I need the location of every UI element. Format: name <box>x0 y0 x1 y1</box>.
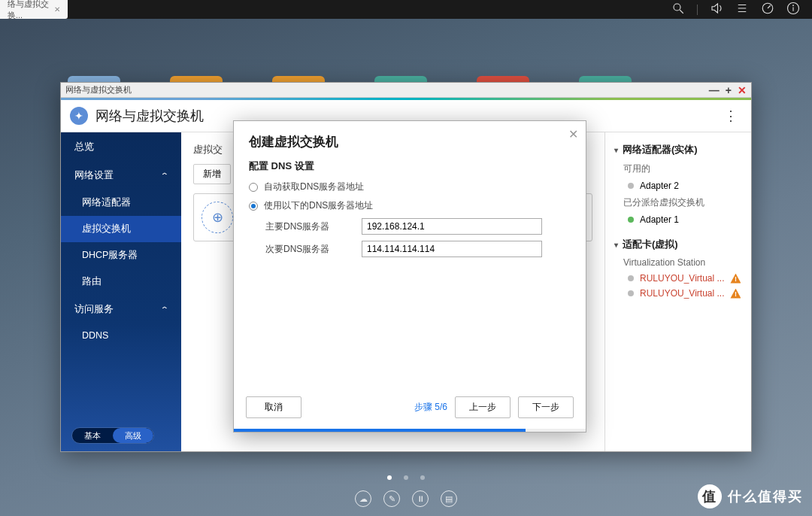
close-tab-icon[interactable]: ✕ <box>54 5 60 14</box>
add-button[interactable]: 新增 <box>193 164 231 184</box>
chevron-up-icon: ⌃ <box>160 171 168 180</box>
status-dot-icon <box>628 217 634 223</box>
adapter-item[interactable]: Adapter 1 <box>614 212 742 227</box>
sidebar-item-dhcp[interactable]: DHCP服务器 <box>61 242 181 269</box>
warning-icon <box>730 289 741 299</box>
warning-icon <box>730 274 741 284</box>
secondary-dns-label: 次要DNS服务器 <box>249 243 362 256</box>
svg-point-0 <box>674 4 680 11</box>
topbar-tab[interactable]: 络与虚拟交换... ✕ <box>0 0 68 19</box>
svg-line-1 <box>680 10 683 14</box>
right-panel: ▾网络适配器(实体) 可用的 Adapter 2 已分派给虚拟交换机 Adapt… <box>604 132 751 451</box>
info-icon[interactable] <box>786 2 800 18</box>
more-menu-icon[interactable]: ⋮ <box>720 108 742 124</box>
radio-manual-dns[interactable]: 使用以下的DNS服务器地址 <box>249 196 571 215</box>
chevron-up-icon: ⌃ <box>160 305 168 314</box>
window-minimize-icon[interactable]: — <box>709 85 720 96</box>
status-dot-icon <box>628 183 634 189</box>
sidebar-item-label: 访问服务 <box>74 302 114 316</box>
window-title: 网络与虚拟交换机 <box>65 84 132 96</box>
background-app-tabs <box>68 76 632 82</box>
dialog-subtitle: 配置 DNS 设置 <box>234 159 586 178</box>
vswitch-icon: ⊕ <box>201 202 233 233</box>
chevron-down-icon: ▾ <box>614 146 618 154</box>
dashboard-icon[interactable] <box>761 2 774 18</box>
prev-button[interactable]: 上一步 <box>455 396 511 418</box>
svg-point-5 <box>793 5 794 5</box>
watermark: 值 什么值得买 <box>698 484 803 508</box>
dock-app-icon[interactable]: ▤ <box>441 490 457 507</box>
wizard-progress <box>234 429 586 432</box>
radio-icon <box>249 183 258 192</box>
step-indicator: 步骤 5/6 <box>414 401 447 414</box>
desktop-page-dots[interactable] <box>387 475 425 480</box>
dock-pause-icon[interactable]: ⏸ <box>412 490 429 507</box>
radio-icon <box>249 202 258 211</box>
right-section-adapters[interactable]: ▾网络适配器(实体) <box>614 143 742 156</box>
right-sub-assigned: 已分派给虚拟交换机 <box>623 196 742 209</box>
dock-tool-icon[interactable]: ✎ <box>383 490 400 507</box>
cancel-button[interactable]: 取消 <box>246 396 301 418</box>
sidebar: 总览 网络设置 ⌃ 网络适配器 虚拟交换机 DHCP服务器 路由 访问服务 ⌃ … <box>61 132 181 451</box>
right-section-virtual[interactable]: ▾适配卡(虚拟) <box>614 238 742 251</box>
status-dot-icon <box>628 275 634 281</box>
window-titlebar[interactable]: 网络与虚拟交换机 — + ✕ <box>61 83 751 98</box>
volume-icon[interactable] <box>710 2 723 18</box>
system-topbar: 络与虚拟交换... ✕ <box>0 0 812 19</box>
sidebar-item-route[interactable]: 路由 <box>61 269 181 295</box>
progress-fill <box>234 429 526 432</box>
toggle-advanced[interactable]: 高级 <box>113 428 153 443</box>
status-dot-icon <box>628 290 634 296</box>
sidebar-item-label: 网络设置 <box>74 168 114 182</box>
sidebar-item-adapter[interactable]: 网络适配器 <box>61 190 181 216</box>
sidebar-item-overview[interactable]: 总览 <box>61 132 181 161</box>
watermark-text: 什么值得买 <box>728 487 803 505</box>
virtual-adapter-item[interactable]: RULUYOU_Virtual ... <box>614 271 742 286</box>
right-sub-vstation: Virtualization Station <box>623 257 742 268</box>
app-icon <box>70 107 88 125</box>
toggle-basic[interactable]: 基本 <box>72 428 113 443</box>
separator <box>697 5 698 15</box>
right-sub-available: 可用的 <box>623 162 742 175</box>
dialog-title: 创建虚拟交换机 <box>234 121 586 159</box>
watermark-logo-icon: 值 <box>698 484 722 508</box>
window-maximize-icon[interactable]: + <box>726 85 732 96</box>
next-button[interactable]: 下一步 <box>518 396 574 418</box>
virtual-adapter-item[interactable]: RULUYOU_Virtual ... <box>614 286 742 301</box>
primary-dns-label: 主要DNS服务器 <box>249 220 362 233</box>
topbar-tab-label: 络与虚拟交换... <box>8 0 50 21</box>
create-vswitch-dialog: ✕ 创建虚拟交换机 配置 DNS 设置 自动获取DNS服务器地址 使用以下的DN… <box>233 120 586 433</box>
tasks-icon[interactable] <box>735 2 749 18</box>
sidebar-item-access[interactable]: 访问服务 ⌃ <box>61 295 181 323</box>
window-close-icon[interactable]: ✕ <box>738 85 747 96</box>
sidebar-item-vswitch[interactable]: 虚拟交换机 <box>61 216 181 242</box>
search-icon[interactable] <box>671 2 685 18</box>
dock-cloud-icon[interactable]: ☁ <box>355 490 371 507</box>
sidebar-mode-toggle[interactable]: 基本 高级 <box>71 427 154 444</box>
secondary-dns-input[interactable] <box>362 241 542 257</box>
desktop-dock: ☁ ✎ ⏸ ▤ <box>355 490 457 507</box>
app-title: 网络与虚拟交换机 <box>95 107 204 125</box>
sidebar-item-network-settings[interactable]: 网络设置 ⌃ <box>61 161 181 190</box>
chevron-down-icon: ▾ <box>614 241 618 249</box>
radio-auto-dns[interactable]: 自动获取DNS服务器地址 <box>249 178 571 196</box>
sidebar-item-ddns[interactable]: DDNS <box>61 323 181 348</box>
primary-dns-input[interactable] <box>362 218 542 235</box>
dialog-close-icon[interactable]: ✕ <box>568 127 578 141</box>
adapter-item[interactable]: Adapter 2 <box>614 178 742 193</box>
